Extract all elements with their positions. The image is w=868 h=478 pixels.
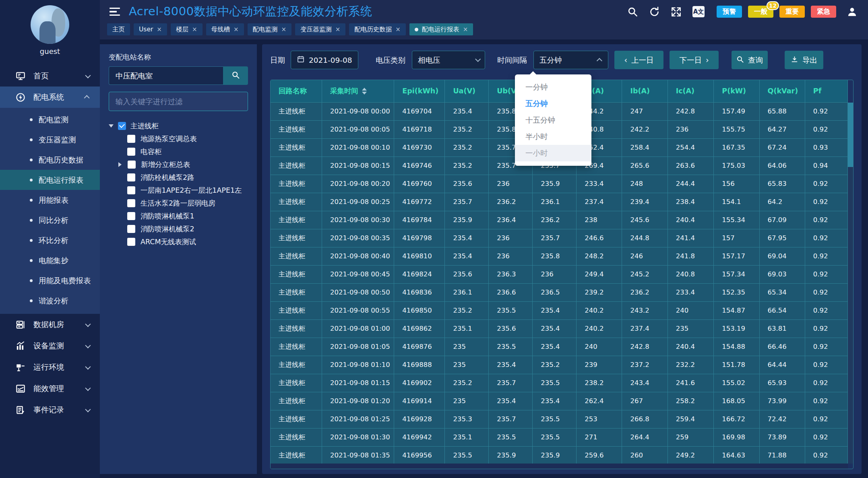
- checkbox-unchecked[interactable]: [127, 199, 135, 207]
- sidebar-item-能效管理[interactable]: 能效管理: [0, 378, 100, 399]
- tree-item-地源热泵空调总表[interactable]: 地源热泵空调总表: [109, 132, 248, 145]
- sidebar-item-配电系统[interactable]: 配电系统: [0, 87, 100, 108]
- tree-item-消防喷淋机械泵1[interactable]: 消防喷淋机械泵1: [109, 210, 248, 223]
- close-icon[interactable]: ×: [335, 27, 341, 33]
- date-picker[interactable]: 2021-09-08: [291, 51, 358, 69]
- checkbox-unchecked[interactable]: [127, 238, 135, 246]
- translate-icon[interactable]: A文: [692, 6, 705, 17]
- tree-item-ARCM无线表测试[interactable]: ARCM无线表测试: [109, 235, 248, 248]
- sidebar-item-谐波分析[interactable]: 谐波分析: [0, 291, 100, 311]
- collapse-menu-icon[interactable]: [110, 8, 120, 16]
- scrollbar-thumb[interactable]: [848, 103, 853, 167]
- close-icon[interactable]: ×: [395, 27, 401, 33]
- close-icon[interactable]: ×: [281, 27, 287, 33]
- sidebar-item-配电运行报表[interactable]: 配电运行报表: [0, 170, 100, 190]
- sidebar-item-事件记录[interactable]: 事件记录: [0, 399, 100, 420]
- sidebar-item-变压器监测[interactable]: 变压器监测: [0, 130, 100, 150]
- checkbox-unchecked[interactable]: [127, 186, 135, 194]
- refresh-icon[interactable]: [649, 6, 660, 17]
- interval-option-五分钟[interactable]: 五分钟: [515, 95, 591, 112]
- sidebar-item-同比分析[interactable]: 同比分析: [0, 210, 100, 230]
- table-cell: 4169914: [394, 392, 445, 410]
- interval-option-一分钟[interactable]: 一分钟: [515, 79, 591, 95]
- checkbox-unchecked[interactable]: [127, 148, 135, 156]
- tree-item-消防栓机械泵2路[interactable]: 消防栓机械泵2路: [109, 171, 248, 184]
- table-cell: 0.92: [805, 338, 847, 356]
- sidebar-item-首页[interactable]: 首页: [0, 65, 100, 87]
- tree-item-新增分立柜总表[interactable]: 新增分立柜总表: [109, 158, 248, 171]
- interval-option-一小时[interactable]: 一小时: [515, 145, 591, 161]
- close-icon[interactable]: ×: [157, 27, 162, 33]
- sidebar-item-用能报表[interactable]: 用能报表: [0, 190, 100, 210]
- tree-item-消防喷淋机械泵2[interactable]: 消防喷淋机械泵2: [109, 223, 248, 235]
- table-cell: 235.9: [533, 175, 577, 193]
- tab-配电运行报表[interactable]: 配电运行报表×: [409, 23, 473, 35]
- next-day-button[interactable]: 下一日 ›: [670, 51, 719, 69]
- voltage-select[interactable]: 相电压: [412, 51, 485, 69]
- sort-icon[interactable]: [362, 88, 367, 95]
- tab-bar: 主页User×楼层×母线槽×配电监测×变压器监测×配电历史数据×配电运行报表×: [100, 23, 868, 39]
- avatar[interactable]: [31, 5, 69, 44]
- export-button[interactable]: 导出: [785, 51, 823, 69]
- checkbox-unchecked[interactable]: [127, 173, 135, 181]
- station-input[interactable]: [109, 66, 223, 85]
- tab-配电监测[interactable]: 配电监测×: [248, 23, 292, 35]
- sidebar-item-用能及电费报表[interactable]: 用能及电费报表: [0, 270, 100, 291]
- table-cell: 175.03: [714, 157, 759, 175]
- sidebar-item-环比分析[interactable]: 环比分析: [0, 230, 100, 250]
- table-cell: 240.2: [577, 301, 622, 319]
- checkbox-unchecked[interactable]: [128, 161, 136, 169]
- interval-select[interactable]: 五分钟: [533, 51, 608, 69]
- sidebar-item-配电监测[interactable]: 配电监测: [0, 109, 100, 130]
- close-icon[interactable]: ×: [463, 27, 468, 33]
- interval-option-十五分钟[interactable]: 十五分钟: [515, 112, 591, 128]
- table-cell: 0.92: [805, 102, 847, 120]
- sidebar-item-设备监测[interactable]: 设备监测: [0, 335, 100, 356]
- tab-母线槽[interactable]: 母线槽×: [206, 23, 244, 35]
- tree-filter-input[interactable]: [109, 92, 248, 111]
- sidebar-item-数据机房[interactable]: 数据机房: [0, 314, 100, 335]
- table-cell: 2021-09-08 01:25: [322, 410, 394, 428]
- alarm-badge[interactable]: 重要: [779, 6, 805, 18]
- tab-User[interactable]: User×: [134, 23, 167, 35]
- column-header-采集时间[interactable]: 采集时间: [322, 80, 394, 102]
- column-header-回路名称: 回路名称: [271, 80, 322, 102]
- station-search-button[interactable]: [223, 66, 248, 85]
- tab-变压器监测[interactable]: 变压器监测×: [295, 23, 345, 35]
- tree-item-一层南1APE2右一层北1APE1左[interactable]: 一层南1APE2右一层北1APE1左: [109, 184, 248, 197]
- alarm-badge[interactable]: 紧急: [811, 6, 836, 18]
- alarm-badge[interactable]: 预警: [717, 6, 742, 18]
- close-icon[interactable]: ×: [192, 27, 197, 33]
- interval-option-半小时[interactable]: 半小时: [515, 128, 591, 145]
- tab-主页[interactable]: 主页: [107, 23, 130, 35]
- checkbox-unchecked[interactable]: [127, 212, 135, 220]
- checkbox-checked[interactable]: [118, 122, 126, 130]
- tree-item-电容柜[interactable]: 电容柜: [109, 145, 248, 158]
- sidebar-item-电能集抄[interactable]: 电能集抄: [0, 250, 100, 270]
- chevron-right-icon[interactable]: [118, 162, 122, 167]
- chevron-down-icon[interactable]: [109, 124, 114, 128]
- query-button[interactable]: 查询: [732, 51, 768, 69]
- sidebar-item-label: 电能集抄: [39, 255, 68, 266]
- checkbox-unchecked[interactable]: [127, 225, 135, 233]
- alarm-badge[interactable]: 一般12: [748, 6, 773, 18]
- checkbox-unchecked[interactable]: [127, 135, 135, 143]
- user-icon[interactable]: [847, 6, 858, 17]
- table-cell: 0.92: [805, 446, 847, 464]
- close-icon[interactable]: ×: [234, 27, 239, 33]
- prev-day-button[interactable]: ‹ 上一日: [614, 51, 663, 69]
- tab-配电历史数据[interactable]: 配电历史数据×: [349, 23, 406, 35]
- tree-root-item[interactable]: 主进线柜: [109, 119, 248, 132]
- table-cell: 236: [668, 120, 714, 138]
- search-icon[interactable]: [627, 6, 638, 17]
- sidebar-item-配电历史数据[interactable]: 配电历史数据: [0, 150, 100, 170]
- table-cell: 153.19: [714, 319, 759, 338]
- horizontal-scrollbar[interactable]: [271, 464, 848, 469]
- home-icon: [15, 71, 26, 81]
- fullscreen-icon[interactable]: [671, 6, 682, 17]
- tab-楼层[interactable]: 楼层×: [171, 23, 203, 35]
- tree-item-生活水泵2路一层弱电房[interactable]: 生活水泵2路一层弱电房: [109, 197, 248, 210]
- vertical-scrollbar[interactable]: [848, 103, 853, 464]
- sidebar-item-label: 事件记录: [33, 405, 64, 415]
- sidebar-item-运行环境[interactable]: 运行环境: [0, 356, 100, 378]
